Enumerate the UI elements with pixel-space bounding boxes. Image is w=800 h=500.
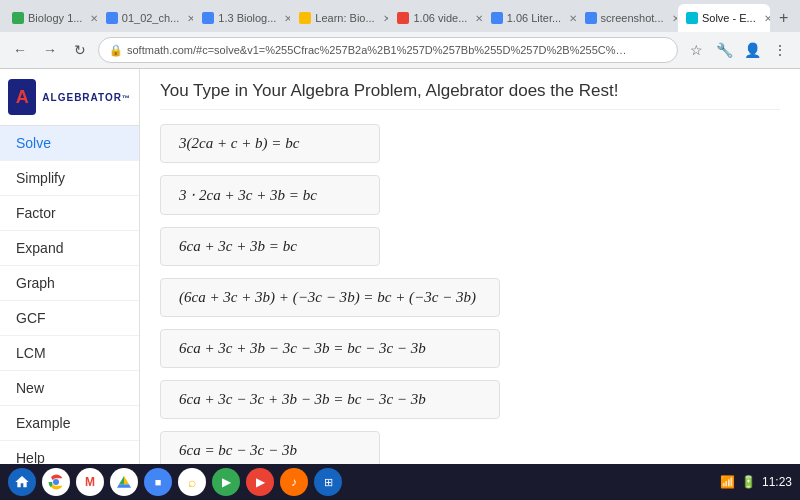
tab-close-0102[interactable]: ✕: [187, 13, 193, 24]
menu-icon[interactable]: ⋮: [768, 38, 792, 62]
math-step-1: 3(2ca + c + b) = bc: [160, 124, 380, 163]
wifi-icon: 📶: [720, 475, 735, 489]
tab-favicon-biology: [12, 12, 24, 24]
math-step-4: (6ca + 3c + 3b) + (−3c − 3b) = bc + (−3c…: [160, 278, 500, 317]
taskbar-icon-home[interactable]: [8, 468, 36, 496]
tab-favicon-learn: [299, 12, 311, 24]
sidebar-item-expand[interactable]: Expand: [0, 231, 139, 266]
tab-label-13bio: 1.3 Biolog...: [218, 12, 276, 24]
refresh-button[interactable]: ↻: [68, 38, 92, 62]
content-area: You Type in Your Algebra Problem, Algebr…: [140, 69, 800, 500]
tab-close-learn[interactable]: ✕: [383, 13, 389, 24]
tab-biology[interactable]: Biology 1... ✕: [4, 4, 97, 32]
sidebar-item-factor[interactable]: Factor: [0, 196, 139, 231]
algebrator-logo-icon: A: [8, 79, 36, 115]
taskbar: M ■ ⌕ ▶ ▶ ♪ ⊞ 📶 🔋 11:23: [0, 464, 800, 500]
taskbar-icon-youtube[interactable]: ▶: [246, 468, 274, 496]
sidebar-item-gcf[interactable]: GCF: [0, 301, 139, 336]
math-step-2: 3 ⋅ 2ca + 3c + 3b = bc: [160, 175, 380, 215]
bookmark-icon[interactable]: ☆: [684, 38, 708, 62]
nav-bar: ← → ↻ 🔒 softmath.com/#c=solve&v1=%255Cfr…: [0, 32, 800, 68]
math-step-5: 6ca + 3c + 3b − 3c − 3b = bc − 3c − 3b: [160, 329, 500, 368]
taskbar-icon-search[interactable]: ⌕: [178, 468, 206, 496]
taskbar-icon-drive[interactable]: [110, 468, 138, 496]
tab-close-screenshot[interactable]: ✕: [672, 13, 677, 24]
logo-letter: A: [16, 87, 29, 108]
sidebar-item-graph[interactable]: Graph: [0, 266, 139, 301]
tab-label-learn: Learn: Bio...: [315, 12, 374, 24]
forward-button[interactable]: →: [38, 38, 62, 62]
extension-icon[interactable]: 🔧: [712, 38, 736, 62]
sidebar-item-simplify[interactable]: Simplify: [0, 161, 139, 196]
tab-close-biology[interactable]: ✕: [90, 13, 96, 24]
taskbar-icon-docs[interactable]: ■: [144, 468, 172, 496]
tab-label-biology: Biology 1...: [28, 12, 82, 24]
taskbar-sys-icons: 📶 🔋 11:23: [720, 475, 792, 489]
header-banner: You Type in Your Algebra Problem, Algebr…: [160, 81, 780, 110]
tab-close-106lit[interactable]: ✕: [569, 13, 575, 24]
tab-favicon-106lit: [491, 12, 503, 24]
logo-tm: ™: [122, 94, 131, 103]
logo-area: A ALGEBRATOR™: [0, 69, 139, 126]
tab-close-106vid[interactable]: ✕: [475, 13, 481, 24]
taskbar-icon-appstore[interactable]: ⊞: [314, 468, 342, 496]
nav-icons: ☆ 🔧 👤 ⋮: [684, 38, 792, 62]
profile-icon[interactable]: 👤: [740, 38, 764, 62]
new-tab-button[interactable]: +: [771, 4, 796, 32]
url-text: softmath.com/#c=solve&v1=%255Cfrac%257B2…: [127, 44, 627, 56]
taskbar-icon-music[interactable]: ♪: [280, 468, 308, 496]
math-step-6: 6ca + 3c − 3c + 3b − 3b = bc − 3c − 3b: [160, 380, 500, 419]
tab-label-0102: 01_02_ch...: [122, 12, 180, 24]
tab-favicon-solve: [686, 12, 698, 24]
sidebar-nav: Solve Simplify Factor Expand Graph GCF L…: [0, 126, 139, 476]
tab-label-solve: Solve - E...: [702, 12, 756, 24]
tab-close-solve[interactable]: ✕: [764, 13, 770, 24]
sidebar-item-solve[interactable]: Solve: [0, 126, 139, 161]
tab-close-13bio[interactable]: ✕: [284, 13, 290, 24]
tab-favicon-13bio: [202, 12, 214, 24]
sidebar-item-lcm[interactable]: LCM: [0, 336, 139, 371]
address-bar[interactable]: 🔒 softmath.com/#c=solve&v1=%255Cfrac%257…: [98, 37, 678, 63]
tab-screenshot[interactable]: screenshot... ✕: [577, 4, 677, 32]
battery-icon: 🔋: [741, 475, 756, 489]
tab-favicon-106vid: [397, 12, 409, 24]
tab-13bio[interactable]: 1.3 Biolog... ✕: [194, 4, 290, 32]
sidebar-item-new[interactable]: New: [0, 371, 139, 406]
browser-chrome: Biology 1... ✕ 01_02_ch... ✕ 1.3 Biolog.…: [0, 0, 800, 69]
logo-text: ALGEBRATOR™: [42, 92, 131, 103]
svg-point-0: [53, 479, 59, 485]
tab-label-screenshot: screenshot...: [601, 12, 664, 24]
back-button[interactable]: ←: [8, 38, 32, 62]
tab-0102[interactable]: 01_02_ch... ✕: [98, 4, 194, 32]
tab-106vid[interactable]: 1.06 vide... ✕: [389, 4, 481, 32]
lock-icon: 🔒: [109, 44, 123, 57]
taskbar-time: 11:23: [762, 475, 792, 489]
tab-label-106vid: 1.06 vide...: [413, 12, 467, 24]
tab-106lit[interactable]: 1.06 Liter... ✕: [483, 4, 576, 32]
main-layout: A ALGEBRATOR™ Solve Simplify Factor Expa…: [0, 69, 800, 500]
taskbar-icon-chrome[interactable]: [42, 468, 70, 496]
sidebar: A ALGEBRATOR™ Solve Simplify Factor Expa…: [0, 69, 140, 500]
tab-favicon-0102: [106, 12, 118, 24]
tab-favicon-screenshot: [585, 12, 597, 24]
tab-solve[interactable]: Solve - E... ✕: [678, 4, 770, 32]
taskbar-icon-play[interactable]: ▶: [212, 468, 240, 496]
tab-learn[interactable]: Learn: Bio... ✕: [291, 4, 388, 32]
taskbar-icon-gmail[interactable]: M: [76, 468, 104, 496]
tab-bar: Biology 1... ✕ 01_02_ch... ✕ 1.3 Biolog.…: [0, 0, 800, 32]
sidebar-item-example[interactable]: Example: [0, 406, 139, 441]
tab-label-106lit: 1.06 Liter...: [507, 12, 561, 24]
math-step-3: 6ca + 3c + 3b = bc: [160, 227, 380, 266]
